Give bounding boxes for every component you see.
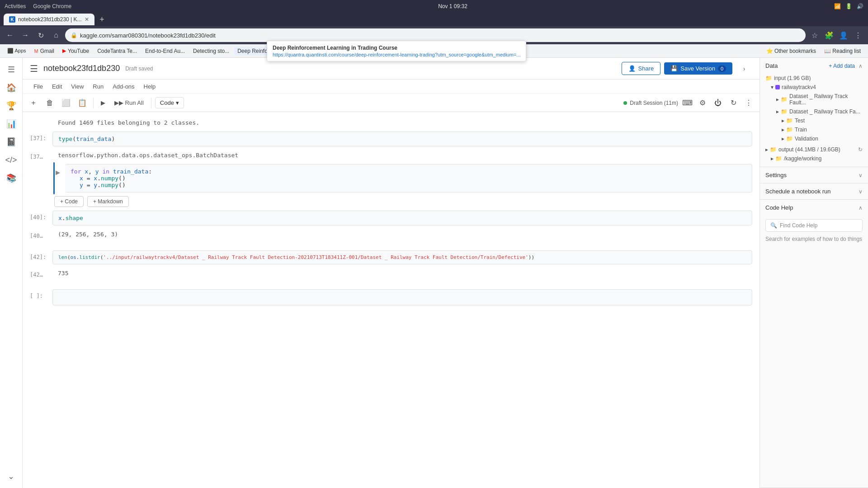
keyboard-shortcuts-button[interactable]: ⌨ [680,96,694,110]
bookmark-button[interactable]: ☆ [808,29,821,42]
add-cell-button[interactable]: + [26,96,41,110]
bookmark-e2e[interactable]: End-to-End Au... [142,47,189,55]
code-cell-empty[interactable] [52,289,752,305]
code-help-header[interactable]: Code Help ∧ [760,200,868,216]
cell-body-40[interactable]: x.shape [52,211,752,225]
schedule-section: Schedule a notebook run ∨ [760,183,868,200]
run-cell-button[interactable]: ▶ [97,98,109,108]
expand-sub1-icon[interactable]: ▸ [776,96,779,103]
sidebar-icon-home[interactable]: 🏠 [3,80,19,96]
data-subdataset2[interactable]: ▸ 📁 Dataset _ Railway Track Fa... [765,107,863,116]
expand-test-icon[interactable]: ▸ [782,117,784,124]
bookmark-other[interactable]: ⭐ Other bookmarks [763,47,820,55]
data-working-item[interactable]: ▸ 📁 /kaggle/working [765,154,863,163]
cell-37: [37]: type(train_data) [23,130,760,148]
add-cell-row: + Code + Markdown [23,194,760,209]
cell-number-42: [42]: [30,250,52,260]
sidebar-icon-competition[interactable]: 🏆 [3,98,19,114]
cell-empty: [ ]: [23,287,760,307]
os-topbar-right: 📶 🔋 🔊 [834,3,863,9]
data-validation-item[interactable]: ▸ 📁 Validation [765,134,863,143]
code-cell-40[interactable]: x.shape [52,211,752,225]
expand-railway-icon[interactable]: ▾ [771,84,774,90]
address-bar[interactable]: 🔒 kaggle.com/samar080301/notebook23fd1db… [65,28,806,42]
expand-val-icon[interactable]: ▸ [782,136,784,142]
data-section: Data + Add data ∧ 📁 input (1.96 GB) ▾ ra… [760,58,868,167]
find-code-placeholder: Find Code Help [780,222,817,229]
sidebar-icon-dataset[interactable]: 📊 [3,116,19,132]
refresh-button[interactable]: ↻ [726,96,741,110]
data-railway-item[interactable]: ▾ railwaytrackv4 [765,83,863,92]
find-code-help-input[interactable]: 🔍 Find Code Help [765,219,863,232]
bookmark-apps[interactable]: ⬛ Apps [4,47,30,55]
menu-file[interactable]: File [30,81,47,92]
copy-cell-button[interactable]: ⬜ [59,96,73,110]
new-tab-button[interactable]: + [96,14,108,25]
output-label: output (44.1MB / 19.6GB) [778,146,840,153]
cell-active-forloop[interactable]: ▶ for x, y in train_data: x = x.numpy() … [23,162,760,194]
cell-active-body[interactable]: for x, y in train_data: x = x.numpy() y … [65,164,752,192]
profile-button[interactable]: 👤 [837,29,850,42]
collapse-panel-button[interactable]: › [736,61,752,77]
expand-output-icon[interactable]: ▸ [765,146,768,153]
bookmark-youtube[interactable]: ▶ YouTube [59,47,93,55]
extensions-button[interactable]: 🧩 [823,29,835,42]
add-code-button[interactable]: + Code [54,196,84,207]
sidebar-icon-expand[interactable]: ⌄ [3,468,19,484]
cell-body-42[interactable]: len(os.listdir('../input/railwaytrackv4/… [52,250,752,264]
data-section-header[interactable]: Data + Add data ∧ [760,58,868,74]
settings-header[interactable]: Settings ∨ [760,167,868,183]
add-markdown-button[interactable]: + Markdown [87,196,129,207]
menu-view[interactable]: View [67,81,87,92]
search-code-icon: 🔍 [770,222,777,229]
data-output-item[interactable]: ▸ 📁 output (44.1MB / 19.6GB) ↻ [765,145,863,154]
cell-body-37[interactable]: type(train_data) [52,131,752,146]
browser-tab[interactable]: K notebook23fd1db230 | K... ✕ [4,14,94,25]
expand-working-icon[interactable]: ▸ [771,155,774,162]
sidebar-icon-notebook[interactable]: 📓 [3,134,19,150]
sidebar-icon-menu[interactable]: ☰ [3,61,19,78]
expand-sub2-icon[interactable]: ▸ [776,108,779,115]
data-train-item[interactable]: ▸ 📁 Train [765,125,863,134]
bookmark-gmail[interactable]: M Gmail [31,47,58,55]
home-button[interactable]: ⌂ [50,29,62,42]
sidebar-icon-learn[interactable]: 📚 [3,170,19,186]
menu-help[interactable]: Help [140,81,160,92]
data-input-item[interactable]: 📁 input (1.96 GB) [765,74,863,83]
save-version-button[interactable]: 💾 Save Version 0 [664,62,732,75]
schedule-header[interactable]: Schedule a notebook run ∨ [760,183,868,199]
forward-button[interactable]: → [19,29,32,42]
paste-cell-button[interactable]: 📋 [75,96,90,110]
settings-button[interactable]: ⚙ [695,96,710,110]
code-cell-37[interactable]: type(train_data) [52,131,752,146]
more-options-button[interactable]: ⋮ [741,96,756,110]
menu-button[interactable]: ⋮ [852,29,864,42]
cell-type-select[interactable]: Code ▾ [155,97,184,108]
run-all-button[interactable]: ▶▶ Run All [111,98,147,108]
refresh-output-icon[interactable]: ↻ [858,146,863,153]
bookmark-detecting[interactable]: Detecting sto... [189,47,233,55]
menu-addons[interactable]: Add-ons [109,81,138,92]
delete-cell-button[interactable]: 🗑 [42,96,57,110]
bookmark-codetantra[interactable]: CodeTantra Te... [94,47,141,55]
back-button[interactable]: ← [4,29,16,42]
data-test-item[interactable]: ▸ 📁 Test [765,116,863,125]
add-data-button[interactable]: + Add data [829,63,855,69]
code-cell-42[interactable]: len(os.listdir('../input/railwaytrackv4/… [52,250,752,264]
bookmark-reading[interactable]: 📖 Reading list [821,47,864,55]
cell-body-empty[interactable] [52,289,752,305]
tab-close-button[interactable]: ✕ [85,16,89,23]
menu-run[interactable]: Run [89,81,107,92]
share-button[interactable]: 👤 Share [622,62,661,75]
cell-number-active [30,164,52,168]
activities-label[interactable]: Activities [5,3,26,9]
data-subdataset1[interactable]: ▸ 📁 Dataset _ Railway Track Fault... [765,92,863,107]
toolbar-sep-2 [151,98,151,108]
reload-button[interactable]: ↻ [34,29,47,42]
menu-edit[interactable]: Edit [48,81,66,92]
code-cell-active[interactable]: for x, y in train_data: x = x.numpy() y … [65,164,752,192]
expand-train-icon[interactable]: ▸ [782,127,784,133]
sidebar-icon-code[interactable]: </> [3,152,19,168]
notebook-menu-button[interactable]: ☰ [30,63,38,74]
power-button[interactable]: ⏻ [711,96,725,110]
